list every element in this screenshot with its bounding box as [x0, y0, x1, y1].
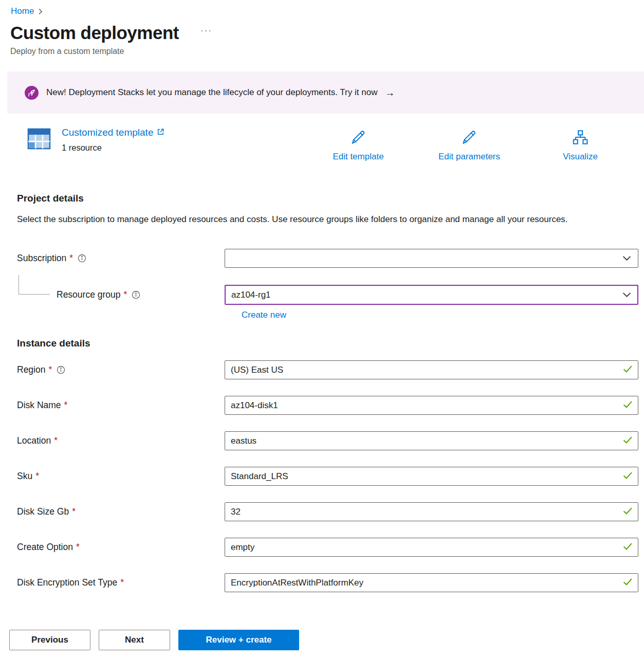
deployment-stacks-banner[interactable]: New! Deployment Stacks let you manage th… [7, 71, 644, 114]
required-asterisk: * [120, 577, 124, 588]
visualize-label: Visualize [563, 152, 598, 162]
region-label: Region [17, 364, 45, 375]
edit-parameters-label: Edit parameters [438, 152, 500, 162]
hierarchy-icon [572, 129, 588, 148]
next-button[interactable]: Next [99, 630, 170, 650]
sku-field[interactable] [225, 467, 638, 486]
resource-count: 1 resource [62, 143, 164, 153]
required-asterisk: * [54, 435, 58, 446]
review-create-button[interactable]: Review + create [178, 630, 299, 650]
disk-name-input[interactable] [225, 396, 638, 415]
sku-row: Sku * [0, 467, 638, 486]
template-summary: Customized template 1 resource Edit temp… [0, 126, 644, 175]
hierarchy-connector-line [19, 275, 50, 295]
subscription-row: Subscription * [0, 249, 638, 268]
template-info: Customized template 1 resource [62, 127, 164, 153]
create-option-row: Create Option * [0, 538, 638, 557]
disk-size-field[interactable] [225, 502, 638, 521]
required-asterisk: * [76, 542, 80, 553]
disk-size-input[interactable] [225, 502, 638, 521]
resource-group-input[interactable] [225, 285, 638, 305]
info-icon[interactable] [132, 290, 140, 299]
disk-size-label-group: Disk Size Gb * [0, 506, 225, 517]
arrow-right-icon[interactable]: → [384, 87, 395, 99]
create-option-label: Create Option [17, 542, 73, 553]
disk-encryption-field[interactable] [225, 573, 638, 592]
create-option-input[interactable] [225, 538, 638, 557]
customized-template-link[interactable]: Customized template [62, 127, 164, 138]
disk-name-label-group: Disk Name * [0, 400, 225, 411]
sku-label: Sku [17, 471, 32, 482]
title-row: Custom deployment ··· [10, 23, 644, 43]
location-field[interactable] [225, 431, 638, 450]
page-subtitle: Deploy from a custom template [10, 47, 644, 56]
region-row: Region * [0, 360, 638, 379]
breadcrumb-home-link[interactable]: Home [11, 6, 34, 16]
disk-size-label: Disk Size Gb [17, 506, 69, 517]
create-new-link[interactable]: Create new [242, 310, 286, 320]
wizard-footer: Previous Next Review + create [0, 622, 644, 658]
resource-group-row: Resource group * [0, 285, 638, 305]
pencil-icon [350, 129, 366, 148]
rocket-icon [25, 86, 39, 100]
external-link-icon [157, 127, 164, 138]
disk-name-row: Disk Name * [0, 396, 638, 415]
edit-parameters-button[interactable]: Edit parameters [438, 129, 500, 162]
disk-name-field[interactable] [225, 396, 638, 415]
banner-text: New! Deployment Stacks let you manage th… [46, 87, 377, 98]
template-name: Customized template [62, 127, 153, 138]
resource-group-label: Resource group [57, 289, 121, 300]
project-details-heading: Project details [17, 193, 644, 204]
disk-encryption-label: Disk Encryption Set Type [17, 577, 117, 588]
sku-label-group: Sku * [0, 471, 225, 482]
template-icon [27, 127, 51, 153]
region-label-group: Region * [0, 364, 225, 375]
edit-template-button[interactable]: Edit template [333, 129, 383, 162]
required-asterisk: * [72, 506, 76, 517]
disk-name-label: Disk Name [17, 400, 61, 411]
page-title: Custom deployment [10, 23, 179, 43]
instance-details-heading: Instance details [17, 338, 644, 349]
location-row: Location * [0, 431, 638, 450]
pencil-icon [461, 129, 477, 148]
breadcrumb-chevron-icon [38, 8, 43, 15]
create-option-field[interactable] [225, 538, 638, 557]
sku-input[interactable] [225, 467, 638, 486]
info-icon[interactable] [57, 365, 65, 374]
required-asterisk: * [48, 364, 52, 375]
info-icon[interactable] [78, 254, 86, 263]
subscription-input[interactable] [225, 249, 638, 268]
subscription-label-group: Subscription * [0, 253, 225, 264]
more-options-button[interactable]: ··· [200, 26, 212, 36]
location-label: Location [17, 435, 51, 446]
required-asterisk: * [64, 400, 68, 411]
region-input[interactable] [225, 360, 638, 379]
region-field[interactable] [225, 360, 638, 379]
disk-encryption-input[interactable] [225, 573, 638, 592]
breadcrumb: Home [0, 0, 644, 16]
create-option-label-group: Create Option * [0, 542, 225, 553]
visualize-button[interactable]: Visualize [563, 129, 598, 162]
location-label-group: Location * [0, 435, 225, 446]
required-asterisk: * [69, 253, 73, 264]
subscription-dropdown[interactable] [225, 249, 638, 268]
disk-encryption-set-type-row: Disk Encryption Set Type * [0, 573, 638, 592]
required-asterisk: * [35, 471, 39, 482]
location-input[interactable] [225, 431, 638, 450]
disk-size-row: Disk Size Gb * [0, 502, 638, 521]
resource-group-dropdown[interactable] [225, 285, 638, 305]
subscription-label: Subscription [17, 253, 66, 264]
project-details-description: Select the subscription to manage deploy… [17, 211, 608, 227]
custom-deployment-page: Home Custom deployment ··· Deploy from a… [0, 0, 644, 658]
required-asterisk: * [124, 289, 127, 300]
previous-button[interactable]: Previous [9, 630, 90, 650]
disk-encryption-label-group: Disk Encryption Set Type * [0, 577, 225, 588]
edit-template-label: Edit template [333, 152, 383, 162]
